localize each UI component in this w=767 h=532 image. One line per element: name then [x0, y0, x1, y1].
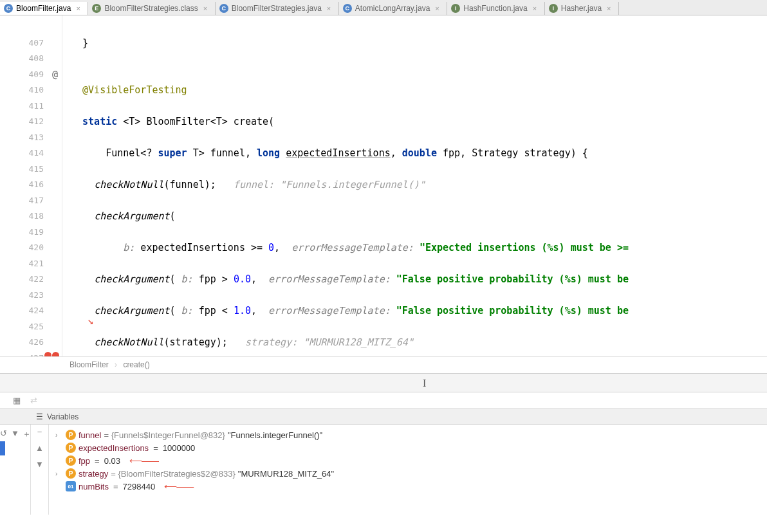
var-type-icon: 01 [66, 481, 76, 491]
frames-toolbar: ↺ ▼ ＋ [0, 425, 31, 515]
panel-title: Variables [47, 412, 79, 421]
string-literal: "False positive probability (%s) must be [396, 305, 629, 316]
tab-strategies-class[interactable]: E BloomFilterStrategies.class × [88, 2, 215, 15]
breadcrumb-class[interactable]: BloomFilter [69, 360, 109, 369]
up-icon[interactable]: ▲ [35, 443, 44, 452]
table-icon[interactable]: ▦ [12, 396, 22, 406]
param-hint: errorMessageTemplate: [268, 273, 396, 285]
string-literal: "Expected insertions (%s) must be >= [420, 242, 629, 253]
annotation: @VisibleForTesting [82, 84, 187, 96]
annotation-arrow: ⟵—— [129, 455, 158, 466]
var-name: numBits [79, 482, 109, 491]
tab-atomiclongarray[interactable]: C AtomicLongArray.java × [339, 2, 448, 15]
override-icon: @ [52, 67, 58, 83]
param-hint: errorMessageTemplate: [268, 305, 396, 316]
variables-tree[interactable]: ›P funnel = {Funnels$IntegerFunnel@832} … [49, 425, 767, 515]
var-name: funnel [79, 430, 101, 440]
evaluator-bar[interactable]: I [0, 373, 767, 392]
debug-panel: ↺ ▼ ＋ − ▲ ▼ ›P funnel = {Funnels$Integer… [0, 425, 767, 515]
var-name: strategy [79, 469, 108, 479]
code-editor[interactable]: 407408409@410411412413414415416417418419… [0, 15, 767, 356]
class-icon: C [343, 4, 352, 13]
tab-label: BloomFilterStrategies.java [232, 4, 322, 13]
class-icon: C [219, 4, 228, 13]
settings-icon[interactable]: ⇄ [28, 396, 39, 406]
var-type-icon: P [66, 455, 76, 466]
nav-toolbar: − ▲ ▼ [31, 425, 49, 515]
annotation-arrow: ⟵—— [164, 481, 193, 491]
class-icon: C [4, 4, 13, 13]
list-icon: ☰ [36, 412, 43, 421]
param-hint: errorMessageTemplate: [291, 242, 420, 253]
interface-icon: I [451, 4, 460, 13]
minus-icon[interactable]: − [35, 427, 44, 436]
chevron-right-icon[interactable]: › [55, 470, 63, 477]
down-icon[interactable]: ▼ [35, 459, 44, 468]
var-name: expectedInsertions [79, 443, 149, 453]
close-icon[interactable]: × [327, 5, 333, 12]
tab-label: BloomFilter.java [16, 4, 71, 13]
close-icon[interactable]: × [607, 5, 613, 12]
tab-hasher[interactable]: I Hasher.java × [545, 2, 619, 15]
inline-hint: strategy: "MURMUR128_MITZ_64" [228, 336, 414, 348]
close-icon[interactable]: × [76, 5, 82, 12]
breakpoint-icon[interactable] [44, 352, 59, 357]
var-type-icon: P [66, 443, 76, 453]
interface-icon: I [549, 4, 558, 13]
add-icon[interactable]: ＋ [23, 428, 32, 437]
variable-row[interactable]: ›P funnel = {Funnels$IntegerFunnel@832} … [49, 428, 767, 441]
editor-tabs: C BloomFilter.java × E BloomFilterStrate… [0, 0, 767, 15]
chevron-right-icon[interactable]: › [55, 432, 63, 439]
tab-label: HashFunction.java [463, 4, 527, 13]
variable-row[interactable]: P expectedInsertions = 1000000 [49, 441, 767, 454]
fold-bar [62, 15, 71, 356]
variable-row[interactable]: ›P strategy = {BloomFilterStrategies$2@8… [49, 467, 767, 480]
tab-label: Hasher.java [561, 4, 602, 13]
debug-toolbar: ▦ ⇄ [0, 392, 767, 409]
variable-row[interactable]: 01 numBits = 7298440⟵—— [49, 480, 767, 493]
tab-strategies-java[interactable]: C BloomFilterStrategies.java × [216, 2, 339, 15]
code-content[interactable]: } @VisibleForTesting static <T> BloomFil… [71, 15, 767, 356]
close-icon[interactable]: × [203, 5, 210, 12]
string-literal: "False positive probability (%s) must be [396, 273, 629, 285]
var-type-icon: P [66, 430, 76, 440]
text-cursor-icon: I [423, 378, 426, 389]
variable-row[interactable]: P fpp = 0.03⟵—— [49, 454, 767, 467]
tab-hashfunction[interactable]: I HashFunction.java × [447, 2, 544, 15]
breadcrumb-method[interactable]: create() [123, 360, 149, 369]
enum-icon: E [92, 4, 101, 13]
breadcrumb[interactable]: BloomFilter › create() [0, 356, 767, 373]
selected-frame-marker [0, 441, 5, 455]
code-text: } [71, 37, 88, 49]
tab-label: BloomFilterStrategies.class [104, 4, 198, 13]
inline-hint: funnel: "Funnels.integerFunnel()" [216, 179, 425, 190]
var-type-icon: P [66, 468, 76, 479]
variables-header: ☰ Variables [0, 409, 767, 425]
line-gutter: 407408409@410411412413414415416417418419… [0, 15, 62, 356]
tab-label: AtomicLongArray.java [355, 4, 430, 13]
restore-icon[interactable]: ↺ [0, 428, 8, 437]
filter-icon[interactable]: ▼ [11, 428, 20, 437]
close-icon[interactable]: × [533, 5, 539, 12]
tab-bloomfilter[interactable]: C BloomFilter.java × [0, 2, 88, 15]
close-icon[interactable]: × [435, 5, 441, 12]
var-name: fpp [79, 456, 90, 466]
